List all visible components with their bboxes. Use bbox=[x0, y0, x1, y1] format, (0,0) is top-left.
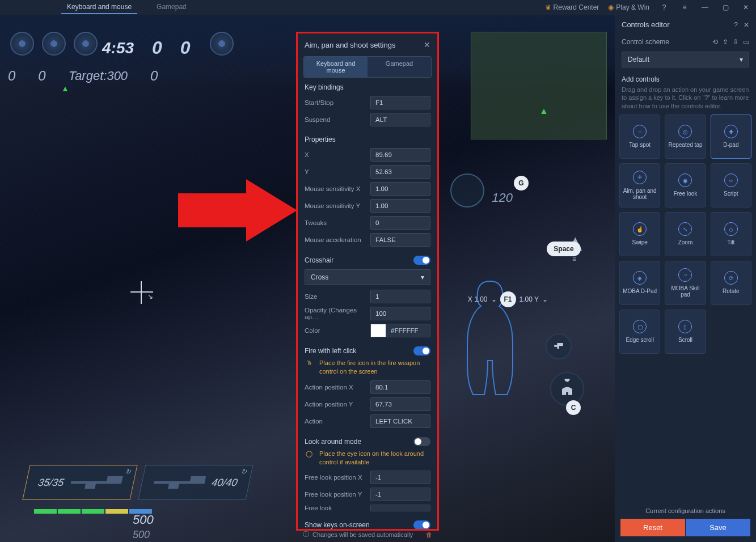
color-input[interactable]: #FFFFFF bbox=[386, 324, 430, 337]
main-container: 4:53 0 0 0 0 Target:300 0 ▲ ↘ ▲ G 120 ▲ … bbox=[0, 15, 756, 542]
chevron-down-icon[interactable]: ⌄ bbox=[542, 295, 548, 303]
scroll-icon: ▯ bbox=[678, 320, 692, 333]
modal-tab-keyboard[interactable]: Keyboard and mouse bbox=[304, 57, 368, 77]
mouse-sens-x-input[interactable]: 1.00 bbox=[370, 182, 430, 196]
suspend-label: Suspend bbox=[305, 116, 366, 123]
key-badge-c: C bbox=[566, 400, 581, 415]
freelook-input[interactable] bbox=[370, 505, 430, 511]
moba-dpad-icon: ◈ bbox=[633, 271, 647, 285]
aim-control-overlay[interactable]: X 1.00 ⌄ F1 1.00 Y ⌄ bbox=[468, 291, 548, 307]
scheme-select[interactable]: Default ▾ bbox=[622, 52, 749, 67]
action-input[interactable]: LEFT CLICK bbox=[370, 414, 430, 428]
crouch-button[interactable] bbox=[550, 372, 584, 406]
score-top: 4:53 0 0 bbox=[102, 37, 191, 58]
sync-icon[interactable]: ⟲ bbox=[712, 38, 718, 46]
tile-moba-dpad[interactable]: ◈MOBA D-Pad bbox=[619, 261, 660, 305]
match-timer: 4:53 bbox=[102, 39, 134, 57]
score-bottom: 0 0 Target:300 0 bbox=[8, 68, 158, 84]
help-button[interactable]: ? bbox=[658, 3, 670, 11]
edge-scroll-icon: ▢ bbox=[633, 320, 647, 333]
svg-marker-0 bbox=[178, 179, 297, 242]
fire-toggle[interactable] bbox=[413, 346, 430, 355]
modal-tab-gamepad[interactable]: Gamepad bbox=[368, 57, 431, 77]
gun-icon bbox=[69, 476, 123, 489]
weapon-bar: 35/35 ↻ 40/40 ↻ bbox=[26, 465, 250, 500]
weapon-slot-2[interactable]: 40/40 ↻ bbox=[138, 465, 253, 500]
fire-tip-text: Place the fire icon in the fire weapon c… bbox=[319, 359, 430, 376]
shoot-button[interactable] bbox=[546, 333, 572, 359]
reward-center-button[interactable]: ♛Reward Center bbox=[545, 3, 599, 11]
tab-gamepad[interactable]: Gamepad bbox=[151, 1, 192, 14]
close-icon[interactable]: ✕ bbox=[744, 21, 749, 29]
tile-aim-pan-shoot[interactable]: ✛Aim, pan and shoot bbox=[619, 163, 660, 208]
tile-edge-scroll[interactable]: ▢Edge scroll bbox=[619, 310, 660, 354]
scheme-action-icons: ⟲ ⇪ ⇩ ▭ bbox=[712, 38, 749, 46]
player-icon bbox=[210, 32, 234, 56]
sidebar-title: Controls editor bbox=[622, 20, 734, 29]
game-screen[interactable]: 4:53 0 0 0 0 Target:300 0 ▲ ↘ ▲ G 120 ▲ … bbox=[0, 15, 615, 542]
look-tip-row: ◯Place the eye icon on the look around c… bbox=[298, 446, 437, 467]
reset-button[interactable]: Reset bbox=[620, 519, 685, 536]
mouse-sens-y-input[interactable]: 1.00 bbox=[370, 199, 430, 213]
tile-scroll[interactable]: ▯Scroll bbox=[665, 310, 706, 354]
tweaks-label: Tweaks bbox=[305, 219, 366, 226]
key-badge-g: G bbox=[514, 176, 529, 190]
tile-tap-spot[interactable]: ○Tap spot bbox=[619, 115, 660, 159]
save-button[interactable]: Save bbox=[686, 519, 750, 536]
folder-icon[interactable]: ▭ bbox=[743, 38, 749, 46]
freelook-y-input[interactable]: -1 bbox=[370, 488, 430, 501]
tile-script[interactable]: ‹›Script bbox=[711, 163, 751, 208]
size-input[interactable]: 1 bbox=[370, 290, 430, 303]
export-icon[interactable]: ⇪ bbox=[723, 38, 728, 46]
help-icon[interactable]: ? bbox=[734, 21, 738, 29]
y-input[interactable]: 52.63 bbox=[370, 165, 430, 179]
chevron-down-icon[interactable]: ⌄ bbox=[491, 295, 497, 303]
mouse-accel-input[interactable]: FALSE bbox=[370, 233, 430, 247]
fire-fields: Action position X80.1 Action position Y6… bbox=[298, 376, 437, 428]
trash-icon[interactable]: 🗑 bbox=[426, 531, 432, 538]
play-win-label: Play & Win bbox=[616, 3, 649, 11]
close-window-button[interactable]: ✕ bbox=[740, 3, 751, 11]
x-input[interactable]: 89.69 bbox=[370, 148, 430, 162]
weapon-slot-1[interactable]: 35/35 ↻ bbox=[22, 465, 137, 500]
maximize-button[interactable]: ▢ bbox=[720, 3, 731, 11]
menu-button[interactable]: ≡ bbox=[679, 3, 690, 11]
color-swatch[interactable] bbox=[370, 324, 386, 337]
dpad-icon: ✚ bbox=[724, 125, 738, 138]
tile-free-look[interactable]: ◉Free look bbox=[665, 163, 706, 208]
crosshair-fields: Size1 Opacity (Changes ap…100 Color#FFFF… bbox=[298, 285, 437, 337]
action-pos-y-input[interactable]: 67.73 bbox=[370, 397, 430, 411]
action-pos-x-input[interactable]: 80.1 bbox=[370, 380, 430, 394]
section-title: Key bindings bbox=[305, 83, 430, 91]
minimize-button[interactable]: — bbox=[699, 3, 711, 11]
suspend-input[interactable]: ALT bbox=[370, 113, 430, 126]
tile-repeated-tap[interactable]: ◎Repeated tap bbox=[665, 115, 706, 159]
tile-label: Swipe bbox=[632, 239, 648, 245]
crosshair-toggle[interactable] bbox=[413, 256, 430, 265]
mouse-accel-label: Mouse acceleration bbox=[305, 236, 366, 243]
tile-zoom[interactable]: ⤡Zoom bbox=[665, 212, 706, 256]
controls-grid: ○Tap spot ◎Repeated tap ✚D-pad ✛Aim, pan… bbox=[615, 115, 756, 354]
chevron-down-icon: ▾ bbox=[421, 273, 424, 281]
tile-tilt[interactable]: ◇Tilt bbox=[711, 212, 751, 256]
refresh-icon: ↻ bbox=[125, 468, 132, 476]
tile-moba-skill[interactable]: ○MOBA Skill pad bbox=[665, 261, 706, 305]
close-icon[interactable]: ✕ bbox=[424, 40, 430, 49]
sidebar-header: Controls editor ? ✕ bbox=[615, 15, 756, 35]
game-button-circle[interactable] bbox=[450, 173, 484, 208]
look-fields: Free look position X-1 Free look positio… bbox=[298, 466, 437, 511]
look-toggle[interactable] bbox=[413, 437, 430, 446]
section-title: Look around mode bbox=[305, 438, 413, 446]
freelook-x-input[interactable]: -1 bbox=[370, 471, 430, 484]
tile-dpad[interactable]: ✚D-pad bbox=[711, 115, 751, 159]
tweaks-input[interactable]: 0 bbox=[370, 216, 430, 230]
play-win-button[interactable]: ◉Play & Win bbox=[608, 3, 649, 11]
opacity-input[interactable]: 100 bbox=[370, 307, 430, 320]
tile-rotate[interactable]: ⟳Rotate bbox=[711, 261, 751, 305]
crosshair-type-select[interactable]: Cross▾ bbox=[305, 269, 430, 285]
tab-keyboard-mouse[interactable]: Keyboard and mouse bbox=[61, 1, 137, 14]
tile-label: Zoom bbox=[678, 239, 693, 245]
tile-swipe[interactable]: ☝Swipe bbox=[619, 212, 660, 256]
start-stop-input[interactable]: F1 bbox=[370, 96, 430, 109]
import-icon[interactable]: ⇩ bbox=[733, 38, 738, 46]
